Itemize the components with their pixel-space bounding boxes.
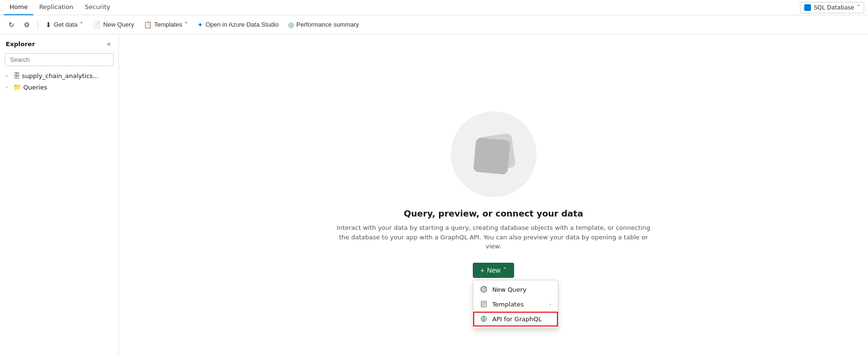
new-query-label: New Query — [103, 21, 134, 28]
db-icon — [804, 4, 811, 11]
dropdown-item-api-graphql[interactable]: API for GraphQL — [473, 312, 558, 326]
graphql-dropdown-icon — [480, 316, 488, 322]
get-data-chevron-icon: ˅ — [80, 21, 83, 28]
settings-icon: ⚙ — [24, 21, 30, 29]
get-data-icon: ⬇ — [46, 21, 51, 29]
new-button[interactable]: + New ˅ — [473, 263, 514, 278]
db-selector-chevron: ˅ — [857, 4, 860, 11]
performance-summary-button[interactable]: ◎ Performance summary — [284, 18, 362, 32]
sidebar-collapse-button[interactable]: « — [105, 39, 113, 49]
tab-home[interactable]: Home — [4, 0, 33, 15]
templates-button[interactable]: 📋 Templates ˅ — [140, 18, 192, 32]
get-data-label: Get data — [54, 21, 78, 28]
main-layout: Explorer « › 🗄 supply_chain_analytics...… — [0, 34, 868, 355]
illustration-inner — [470, 130, 517, 178]
sidebar-header: Explorer « — [0, 34, 118, 51]
new-query-icon: 📄 — [93, 21, 101, 29]
open-azure-label: Open in Azure Data Studio — [205, 21, 279, 28]
dropdown-item-api-graphql-label: API for GraphQL — [492, 316, 542, 323]
tree-item-supply-chain-label: supply_chain_analytics... — [22, 72, 99, 79]
top-nav: Home Replication Security SQL Database ˅ — [0, 0, 868, 15]
toolbar: ↻ ⚙ ⬇ Get data ˅ 📄 New Query 📋 Templates… — [0, 15, 868, 34]
templates-submenu-chevron: › — [549, 302, 551, 307]
content-area: Query, preview, or connect your data Int… — [119, 34, 868, 355]
db-tree-icon: 🗄 — [13, 72, 20, 79]
new-button-label: New — [487, 266, 500, 274]
tree-arrow-queries: › — [6, 85, 11, 90]
sidebar: Explorer « › 🗄 supply_chain_analytics...… — [0, 34, 119, 355]
new-button-chevron-icon: ˅ — [503, 266, 507, 274]
tab-security[interactable]: Security — [79, 0, 116, 15]
dropdown-item-new-query-label: New Query — [492, 286, 527, 293]
refresh-icon: ↻ — [9, 21, 14, 29]
new-query-button[interactable]: 📄 New Query — [89, 18, 138, 32]
illustration-card-front — [473, 138, 510, 175]
new-dropdown-menu: New Query Templates › — [473, 280, 558, 329]
get-data-button[interactable]: ⬇ Get data ˅ — [42, 18, 87, 32]
templates-chevron-icon: ˅ — [185, 21, 188, 28]
content-title: Query, preview, or connect your data — [404, 208, 583, 218]
performance-icon: ◎ — [288, 21, 294, 29]
svg-point-1 — [482, 288, 485, 291]
sidebar-title: Explorer — [6, 40, 35, 48]
folder-tree-icon: 📁 — [13, 83, 21, 91]
new-query-dropdown-icon — [480, 286, 488, 293]
tree-item-supply-chain[interactable]: › 🗄 supply_chain_analytics... — [0, 70, 118, 81]
templates-dropdown-icon — [480, 301, 488, 307]
settings-button[interactable]: ⚙ — [20, 18, 34, 32]
dropdown-item-templates-label: Templates — [492, 301, 524, 308]
dropdown-item-templates[interactable]: Templates › — [473, 297, 558, 312]
dropdown-item-new-query[interactable]: New Query — [473, 282, 558, 297]
templates-icon: 📋 — [144, 21, 152, 29]
open-azure-button[interactable]: ✦ Open in Azure Data Studio — [194, 18, 283, 32]
tab-replication[interactable]: Replication — [33, 0, 79, 15]
svg-point-8 — [483, 318, 485, 320]
db-selector-label: SQL Database — [814, 4, 854, 11]
content-description: Interact with your data by starting a qu… — [332, 223, 655, 251]
new-dropdown-container: + New ˅ New Query — [473, 263, 514, 278]
search-input[interactable] — [5, 53, 114, 66]
new-button-plus-icon: + — [480, 266, 484, 274]
tree-item-queries[interactable]: › 📁 Queries — [0, 81, 118, 93]
db-selector[interactable]: SQL Database ˅ — [800, 2, 864, 13]
empty-illustration — [451, 111, 536, 197]
tree-arrow-supply-chain: › — [6, 73, 11, 79]
performance-label: Performance summary — [296, 21, 359, 28]
tree-item-queries-label: Queries — [23, 84, 47, 91]
refresh-button[interactable]: ↻ — [5, 18, 18, 32]
templates-label: Templates — [154, 21, 182, 28]
azure-icon: ✦ — [197, 21, 203, 29]
toolbar-separator-1 — [38, 20, 38, 30]
